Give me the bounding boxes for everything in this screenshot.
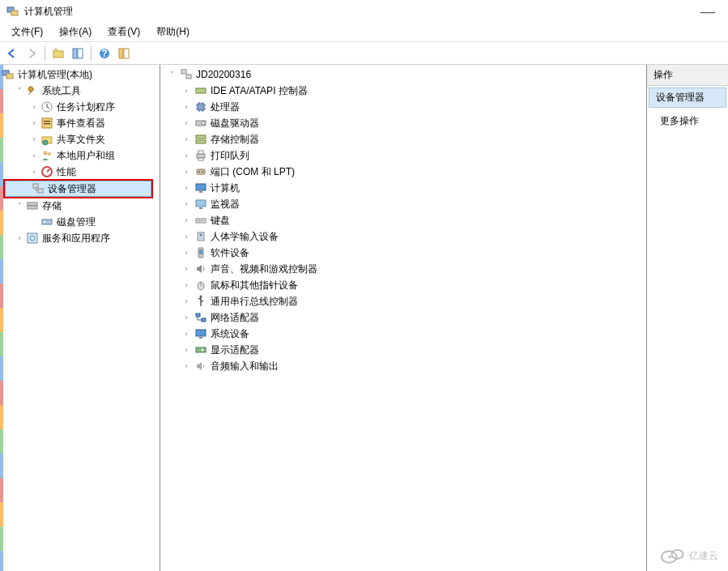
expand-icon[interactable]: › xyxy=(181,151,191,160)
menu-help[interactable]: 帮助(H) xyxy=(148,23,198,40)
tree-storage[interactable]: ˅ 存储 xyxy=(0,198,160,214)
expand-icon[interactable]: › xyxy=(181,183,191,193)
tree-label: 服务和应用程序 xyxy=(42,232,110,245)
svg-rect-24 xyxy=(42,219,52,224)
system-icon xyxy=(194,327,207,340)
svg-point-62 xyxy=(202,349,204,352)
device-software[interactable]: › 软件设备 xyxy=(160,245,646,261)
computer-icon xyxy=(180,68,193,81)
expand-icon[interactable]: › xyxy=(181,134,191,144)
show-hide-button[interactable] xyxy=(69,45,87,62)
device-root[interactable]: ˅ JD20200316 xyxy=(160,66,646,83)
forward-button[interactable] xyxy=(23,45,40,62)
help-button[interactable]: ? xyxy=(96,45,113,62)
expand-icon[interactable]: › xyxy=(181,86,191,96)
services-icon xyxy=(26,232,39,245)
tree-device-manager[interactable]: 设备管理器 xyxy=(5,181,151,197)
tree-event-viewer[interactable]: › 事件查看器 xyxy=(0,115,160,131)
device-label: JD20200316 xyxy=(196,69,251,80)
disk-mgmt-icon xyxy=(40,215,53,228)
device-audio-video[interactable]: › 声音、视频和游戏控制器 xyxy=(160,261,646,277)
device-label: 显示适配器 xyxy=(211,343,259,357)
expand-icon[interactable]: › xyxy=(29,134,39,144)
expand-icon[interactable]: › xyxy=(181,345,191,355)
device-label: 软件设备 xyxy=(211,246,249,260)
device-computer[interactable]: › 计算机 xyxy=(160,180,646,196)
device-disk-drive[interactable]: › 磁盘驱动器 xyxy=(160,115,646,131)
device-usb[interactable]: › 通用串行总线控制器 xyxy=(160,293,646,309)
menu-file[interactable]: 文件(F) xyxy=(3,23,51,40)
device-network[interactable]: › 网络适配器 xyxy=(160,309,646,326)
expand-icon[interactable]: › xyxy=(29,102,39,112)
expand-icon[interactable]: › xyxy=(181,215,191,225)
expand-icon[interactable]: › xyxy=(181,296,191,306)
expand-icon[interactable]: › xyxy=(181,264,191,274)
device-monitor[interactable]: › 监视器 xyxy=(160,196,646,212)
keyboard-icon xyxy=(194,214,207,227)
svg-rect-30 xyxy=(196,88,206,93)
device-label: 声音、视频和游戏控制器 xyxy=(211,262,317,276)
svg-rect-1 xyxy=(11,11,18,15)
expand-icon[interactable]: › xyxy=(181,313,191,322)
device-label: 人体学输入设备 xyxy=(211,230,279,244)
expand-icon[interactable]: › xyxy=(181,280,191,290)
expand-icon[interactable]: › xyxy=(181,167,191,177)
hid-icon xyxy=(194,230,207,243)
expand-icon[interactable]: › xyxy=(181,361,191,371)
audio-io-icon xyxy=(194,360,207,373)
collapse-icon[interactable]: ˅ xyxy=(15,86,24,96)
expand-icon[interactable]: › xyxy=(181,248,191,258)
svg-rect-49 xyxy=(201,220,202,221)
device-print-queue[interactable]: › 打印队列 xyxy=(160,147,646,164)
svg-rect-38 xyxy=(198,158,203,160)
device-tree-pane[interactable]: ˅ JD20200316 › IDE ATA/ATAPI 控制器 › 处理器 ›… xyxy=(160,65,647,571)
left-tree-pane[interactable]: 计算机管理(本地) ˅ 系统工具 › 任务计划程序 › 事件查看器 › 共享文件… xyxy=(0,65,160,571)
tree-task-scheduler[interactable]: › 任务计划程序 xyxy=(0,99,160,115)
up-button[interactable] xyxy=(49,45,67,62)
device-label: 网络适配器 xyxy=(211,311,259,325)
expand-icon[interactable]: › xyxy=(181,118,191,128)
collapse-icon[interactable]: ˅ xyxy=(167,70,177,79)
expand-icon[interactable]: › xyxy=(181,329,191,339)
device-keyboard[interactable]: › 键盘 xyxy=(160,212,646,228)
tree-root[interactable]: 计算机管理(本地) xyxy=(0,66,160,83)
disk-drive-icon xyxy=(194,117,207,130)
back-button[interactable] xyxy=(3,45,21,62)
more-actions[interactable]: 更多操作 xyxy=(647,109,728,133)
expand-icon[interactable]: › xyxy=(181,232,191,241)
tree-system-tools[interactable]: ˅ 系统工具 xyxy=(0,83,160,99)
svg-rect-39 xyxy=(197,169,205,174)
expand-icon[interactable]: › xyxy=(29,167,39,177)
expand-icon[interactable]: › xyxy=(181,199,191,209)
device-display[interactable]: › 显示适配器 xyxy=(160,342,646,358)
expand-icon[interactable]: › xyxy=(15,233,24,243)
tree-local-users[interactable]: › 本地用户和组 xyxy=(0,147,160,164)
monitor-icon xyxy=(194,181,207,194)
users-icon xyxy=(40,149,53,162)
tree-disk-mgmt[interactable]: 磁盘管理 xyxy=(0,214,160,230)
expand-icon[interactable]: › xyxy=(29,151,39,160)
device-mouse[interactable]: › 鼠标和其他指针设备 xyxy=(160,277,646,293)
device-storage-ctrl[interactable]: › 存储控制器 xyxy=(160,131,646,147)
menu-view[interactable]: 查看(V) xyxy=(100,23,148,40)
storage-icon xyxy=(26,199,39,212)
svg-point-52 xyxy=(200,234,202,236)
device-ports[interactable]: › 端口 (COM 和 LPT) xyxy=(160,164,646,180)
device-ide[interactable]: › IDE ATA/ATAPI 控制器 xyxy=(160,83,646,99)
device-audio-io[interactable]: › 音频输入和输出 xyxy=(160,358,646,374)
tree-shared-folders[interactable]: › 共享文件夹 xyxy=(0,131,160,147)
minimize-button[interactable]: — xyxy=(694,3,722,20)
device-hid[interactable]: › 人体学输入设备 xyxy=(160,228,646,245)
tree-performance[interactable]: › 性能 xyxy=(0,164,160,180)
tree-services-apps[interactable]: › 服务和应用程序 xyxy=(0,230,160,246)
menu-action[interactable]: 操作(A) xyxy=(51,23,100,40)
titlebar: 计算机管理 — xyxy=(0,0,728,23)
properties-button[interactable] xyxy=(115,45,133,62)
collapse-icon[interactable]: ˅ xyxy=(15,201,24,211)
device-cpu[interactable]: › 处理器 xyxy=(160,99,646,115)
expand-icon[interactable]: › xyxy=(181,102,191,112)
expand-icon[interactable]: › xyxy=(29,118,39,128)
event-icon xyxy=(40,117,53,130)
device-system[interactable]: › 系统设备 xyxy=(160,326,646,342)
toolbar: ? xyxy=(0,42,728,65)
